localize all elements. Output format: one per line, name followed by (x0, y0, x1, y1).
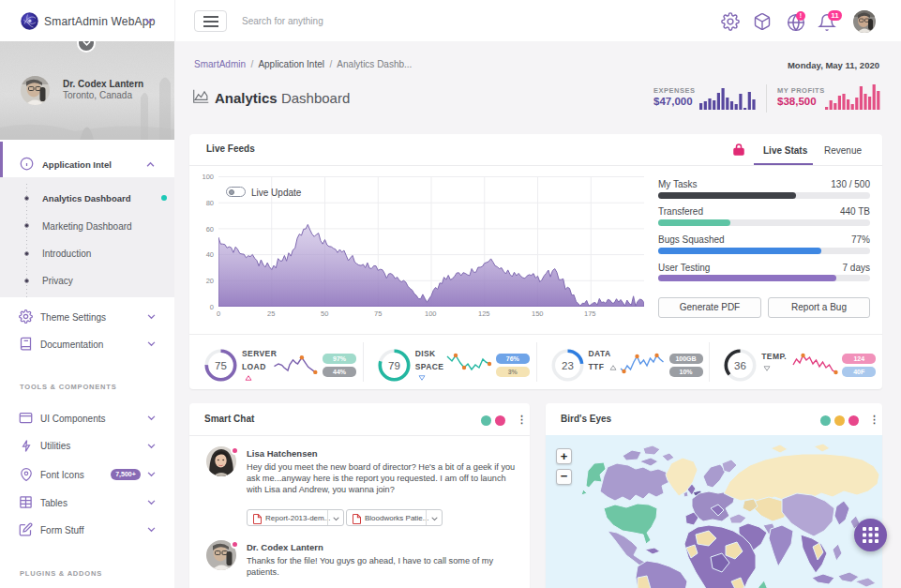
svg-text:75: 75 (215, 360, 227, 371)
svg-text:23: 23 (562, 360, 574, 371)
svg-text:36: 36 (734, 360, 746, 371)
svg-text:79: 79 (388, 360, 400, 371)
